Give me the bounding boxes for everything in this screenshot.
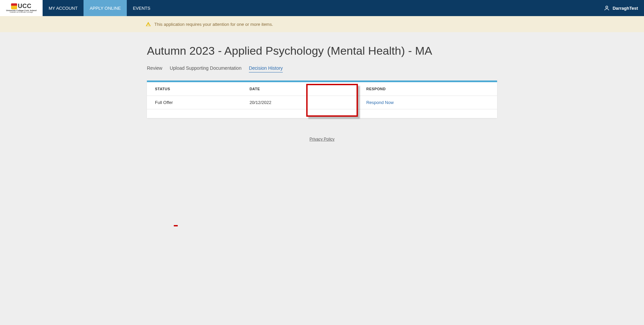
table-row: Full Offer 20/12/2022 Respond Now	[147, 96, 497, 109]
respond-now-link[interactable]: Respond Now	[366, 100, 394, 105]
user-name: DarraghTest	[612, 6, 638, 11]
svg-rect-2	[148, 25, 148, 25]
cell-status: Full Offer	[147, 96, 241, 109]
alert-banner: This application requires your attention…	[0, 16, 644, 32]
privacy-policy-link[interactable]: Privacy Policy	[310, 137, 335, 142]
tab-row: Review Upload Supporting Documentation D…	[147, 65, 497, 72]
nav-events[interactable]: EVENTS	[127, 0, 156, 16]
tab-review[interactable]: Review	[147, 65, 162, 72]
logo-subtitle-2: Coláiste na hOllscoile Corcaigh	[6, 11, 37, 13]
decision-table: STATUS DATE RESPOND Full Offer 20/12/202…	[147, 82, 497, 109]
page-content: Autumn 2023 - Applied Psychology (Mental…	[147, 32, 497, 142]
decision-card: STATUS DATE RESPOND Full Offer 20/12/202…	[147, 80, 497, 118]
user-icon	[604, 5, 610, 11]
tab-decision-history[interactable]: Decision History	[249, 65, 283, 72]
col-status: STATUS	[147, 82, 241, 96]
col-respond: RESPOND	[354, 82, 497, 96]
tab-upload[interactable]: Upload Supporting Documentation	[170, 65, 241, 72]
logo-text: UCC	[18, 3, 32, 9]
nav-my-account[interactable]: MY ACCOUNT	[43, 0, 84, 16]
user-menu[interactable]: DarraghTest	[598, 0, 644, 16]
logo[interactable]: UCC University College Cork, Ireland Col…	[0, 0, 43, 16]
crest-icon	[11, 3, 17, 9]
svg-rect-1	[148, 24, 148, 25]
page-title: Autumn 2023 - Applied Psychology (Mental…	[147, 44, 497, 57]
col-date: DATE	[241, 82, 354, 96]
cell-date: 20/12/2022	[241, 96, 354, 109]
warning-icon	[146, 21, 154, 27]
main-header: UCC University College Cork, Ireland Col…	[0, 0, 644, 16]
svg-point-0	[606, 6, 608, 8]
alert-text: This application requires your attention…	[154, 22, 273, 27]
footer: Privacy Policy	[147, 137, 497, 142]
nav-apply-online[interactable]: APPLY ONLINE	[84, 0, 127, 16]
